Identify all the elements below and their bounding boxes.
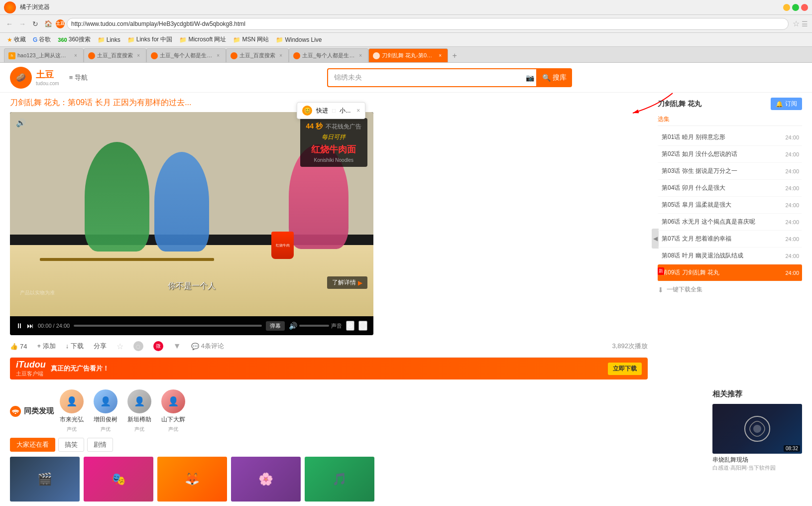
tab-close-active[interactable]: × [437, 52, 444, 59]
itudou-tagline: 真正的无广告看片！ [51, 364, 109, 373]
more-share-dropdown[interactable]: ▼ [173, 342, 181, 351]
menu-button[interactable]: ☰ [802, 20, 808, 28]
tab-close-tudou1[interactable]: × [135, 52, 142, 59]
ad-skip-text[interactable]: 不花钱免广告 [326, 123, 361, 131]
subscribe-button[interactable]: 🔔 订阅 [771, 98, 802, 110]
episode-name-02: 第02话 如月 没什么想说的话 [661, 150, 785, 158]
download-button[interactable]: ↓ 下载 [66, 342, 84, 351]
episode-item-09[interactable]: 新 第09话 刀剑乱舞 花丸 24:00 [658, 264, 802, 281]
favorite-star-icon[interactable]: ☆ [116, 342, 123, 351]
play-pause-button[interactable]: ⏸ [16, 322, 23, 330]
ad-learn-more-button[interactable]: 了解详情 ▶ [327, 276, 367, 289]
upload-icon: 📷 [526, 74, 534, 82]
video-title-text: 刀剑乱舞 花丸：第09话 长月 正因为有那样的过去... [10, 98, 191, 108]
cast-role-4: 声优 [168, 426, 178, 433]
popup-fast-label[interactable]: 快进 [316, 107, 328, 115]
search-icon: 🔍 [542, 74, 551, 82]
share-label: 分享 [94, 342, 107, 351]
bookmark-microsoft[interactable]: 📁 Microsoft 网址 [176, 34, 229, 45]
volume-icon[interactable]: 🔊 [289, 322, 297, 330]
episode-item-01[interactable]: 第01话 睦月 别得意忘形 24:00 [658, 129, 802, 146]
itudou-download-button[interactable]: 立即下载 [608, 363, 642, 375]
popup-close-button[interactable]: × [356, 107, 360, 114]
episode-item-06[interactable]: 第06话 水无月 这个揭点真是喜庆呢 24:00 [658, 214, 802, 231]
back-button[interactable]: ← [4, 18, 15, 29]
tab-tudou-director2[interactable]: 土豆_每个人都是生活的导演 × [289, 48, 368, 62]
search-input[interactable] [327, 68, 536, 87]
video-player-wrapper: 红烧牛肉 🔊 44 秒 不花钱免广告 每日可拌 红烧牛肉面 [10, 112, 373, 335]
maximize-button[interactable] [792, 4, 799, 11]
danmu-button[interactable]: 弹幕 [266, 321, 285, 331]
episode-list: 第01话 睦月 别得意忘形 24:00 第02话 如月 没什么想说的话 24:0… [658, 129, 802, 281]
bookmark-star[interactable]: ☆ [793, 19, 800, 28]
filter-tab-drama[interactable]: 剧情 [87, 438, 113, 452]
bookmark-360[interactable]: 360 360搜索 [55, 34, 93, 45]
episode-item-08[interactable]: 第08话 叶月 幽灵退治战队结成 24:00 [658, 248, 802, 264]
next-episode-button[interactable]: ⏭ [27, 322, 34, 330]
episode-item-07[interactable]: 第07话 文月 想着谁的幸福 24:00 [658, 231, 802, 248]
circle-button-1[interactable]: ◌ [133, 341, 143, 351]
circle-button-2[interactable]: 微 [153, 341, 163, 351]
bookmark-links[interactable]: 📁 Links [95, 35, 123, 44]
thumb-item-3[interactable]: 🦊 [157, 457, 227, 502]
related-item-1[interactable]: 08:32 串烧乱舞现场 白感道·高阳网·当下软件园 [712, 404, 802, 472]
tab-tudou-search2[interactable]: 土豆_百度搜索 × [226, 48, 289, 62]
tab-close-hao123[interactable]: × [72, 52, 79, 59]
tab-label-tudou2: 土豆_每个人都是生活的导演 [160, 52, 213, 59]
bookmark-favorites[interactable]: ★ 收藏 [4, 34, 29, 45]
tab-close-tudou3[interactable]: × [277, 52, 284, 59]
episode-item-04[interactable]: 第04话 卯月 什么是强大 24:00 [658, 180, 802, 197]
bookmark-links-china[interactable]: 📁 Links for 中国 [124, 34, 176, 45]
filter-tab-popular[interactable]: 大家还在看 [10, 438, 55, 452]
video-player[interactable]: 红烧牛肉 🔊 44 秒 不花钱免广告 每日可拌 红烧牛肉面 [10, 112, 373, 316]
cast-item-4[interactable]: 👤 山下大辉 声优 [161, 389, 185, 433]
search-button[interactable]: 🔍 搜库 [536, 68, 572, 87]
bookmark-google[interactable]: G 谷歌 [30, 34, 54, 45]
bookmark-msn[interactable]: 📁 MSN 网站 [230, 34, 272, 45]
tab-close-tudou2[interactable]: × [215, 52, 222, 59]
fullscreen-button[interactable]: ⛶ [358, 321, 367, 331]
minimize-button[interactable] [783, 4, 790, 11]
home-button[interactable]: 🏠 [43, 18, 54, 29]
settings-button[interactable]: ⚙ [346, 321, 354, 331]
tab-tudou-director1[interactable]: 土豆_每个人都是生活的导演 × [146, 48, 226, 62]
new-tab-button[interactable]: + [448, 49, 461, 62]
episode-duration-03: 24:00 [785, 168, 799, 174]
url-bar[interactable] [67, 18, 789, 30]
bookmark-windows-live[interactable]: 📁 Windows Live [273, 35, 325, 44]
volume-top-icon[interactable]: 🔊 [16, 118, 26, 127]
episode-item-05[interactable]: 第05话 皐月 温柔就是强大 24:00 [658, 197, 802, 214]
episode-item-02[interactable]: 第02话 如月 没什么想说的话 24:00 [658, 146, 802, 163]
noodle-cup: 红烧牛肉 [271, 232, 294, 259]
thumb-item-5[interactable]: 🎵 [305, 457, 374, 502]
cast-item-1[interactable]: 👤 市来光弘 声优 [60, 389, 84, 433]
nav-menu-button[interactable]: ≡ 导航 [69, 73, 88, 82]
tab-close-tudou4[interactable]: × [357, 52, 364, 59]
video-sidebar: ◀ 刀剑乱舞 花丸 🔔 订阅 选集 第01话 睦月 别得意忘形 24:00 第0… [658, 98, 802, 380]
episode-item-03[interactable]: 第03话 弥生 据说是万分之一 24:00 [658, 163, 802, 180]
popup-small-label[interactable]: 小... [340, 107, 350, 115]
cast-item-3[interactable]: 👤 新垣樽助 声优 [127, 389, 151, 433]
chevron-down-icon[interactable]: ▼ [173, 342, 181, 350]
thumb-item-1[interactable]: 🎬 [10, 457, 80, 502]
cast-avatar-2: 👤 [94, 389, 117, 413]
search-btn-label: 搜库 [553, 73, 567, 82]
tab-hao123[interactable]: h hao123_上网从这里开始 × [4, 48, 84, 62]
forward-button[interactable]: → [17, 18, 28, 29]
refresh-button[interactable]: ↻ [30, 18, 41, 29]
like-button[interactable]: 👍 74 [10, 343, 27, 350]
add-button[interactable]: + 添加 [37, 342, 55, 351]
tab-active-video[interactable]: 刀剑乱舞 花丸-第09话 长月 × [368, 48, 448, 62]
download-all-button[interactable]: ⬇ 一键下载全集 [658, 285, 802, 294]
thumb-item-2[interactable]: 🎭 [84, 457, 153, 502]
tab-tudou-search1[interactable]: 土豆_百度搜索 × [84, 48, 146, 62]
close-button[interactable] [801, 4, 808, 11]
thumb-item-4[interactable]: 🌸 [231, 457, 301, 502]
browser-titlebar: 橘子浏览器 [0, 0, 812, 15]
share-button[interactable]: 分享 [94, 342, 107, 351]
progress-bar[interactable] [74, 325, 262, 327]
volume-bar[interactable] [299, 325, 329, 327]
filter-tab-funny[interactable]: 搞笑 [58, 438, 84, 452]
comment-area[interactable]: 💬 4条评论 [191, 342, 224, 351]
cast-item-2[interactable]: 👤 增田俊树 声优 [94, 389, 117, 433]
